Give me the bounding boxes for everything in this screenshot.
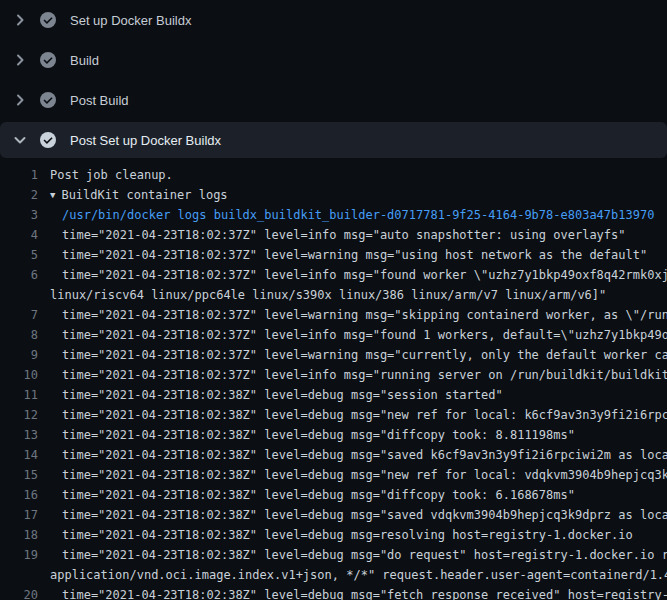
log-line-text: time="2021-04-23T18:02:38Z" level=debug … <box>38 405 667 425</box>
check-circle-icon <box>40 92 56 108</box>
chevron-right-icon <box>12 92 28 108</box>
log-line: 5time="2021-04-23T18:02:37Z" level=warni… <box>0 245 667 265</box>
log-line: 15time="2021-04-23T18:02:38Z" level=debu… <box>0 465 667 485</box>
log-line: 13time="2021-04-23T18:02:38Z" level=debu… <box>0 425 667 445</box>
log-line-number[interactable]: 4 <box>0 225 38 245</box>
chevron-down-icon <box>12 132 28 148</box>
log-line: 19time="2021-04-23T18:02:38Z" level=debu… <box>0 545 667 565</box>
log-line-number[interactable]: 3 <box>0 205 38 225</box>
log-line-number[interactable]: 2 <box>0 185 38 205</box>
log-line: 20time="2021-04-23T18:02:38Z" level=debu… <box>0 585 667 600</box>
log-line: 17time="2021-04-23T18:02:38Z" level=debu… <box>0 505 667 525</box>
log-line-text: time="2021-04-23T18:02:38Z" level=debug … <box>38 585 667 600</box>
log-line-text: time="2021-04-23T18:02:37Z" level=info m… <box>38 225 626 245</box>
step-post-build[interactable]: Post Build <box>0 80 667 120</box>
log-line-text: time="2021-04-23T18:02:37Z" level=warnin… <box>38 245 647 265</box>
log-line-text: application/vnd.oci.image.index.v1+json,… <box>38 565 667 585</box>
log-output: 1Post job cleanup.2▼BuildKit container l… <box>0 160 667 600</box>
group-expander-icon[interactable]: ▼ <box>50 185 55 205</box>
check-circle-icon <box>40 132 56 148</box>
step-set-up-docker-buildx[interactable]: Set up Docker Buildx <box>0 0 667 40</box>
log-line-text: linux/riscv64 linux/ppc64le linux/s390x … <box>38 285 606 305</box>
log-line-number[interactable]: 18 <box>0 525 38 545</box>
log-line-text: time="2021-04-23T18:02:38Z" level=debug … <box>38 465 667 485</box>
log-line-text: time="2021-04-23T18:02:38Z" level=debug … <box>38 425 575 445</box>
chevron-right-icon <box>12 12 28 28</box>
log-line-text: time="2021-04-23T18:02:37Z" level=warnin… <box>38 345 667 365</box>
log-line-number[interactable]: 10 <box>0 365 38 385</box>
log-line-number[interactable]: 13 <box>0 425 38 445</box>
log-line-text: time="2021-04-23T18:02:38Z" level=debug … <box>38 445 667 465</box>
log-line-number[interactable]: 14 <box>0 445 38 465</box>
log-line: 10time="2021-04-23T18:02:37Z" level=info… <box>0 365 667 385</box>
log-line-number[interactable]: 6 <box>0 265 38 285</box>
log-line-number[interactable]: 15 <box>0 465 38 485</box>
log-line-number[interactable]: 19 <box>0 545 38 565</box>
step-label: Set up Docker Buildx <box>70 13 191 28</box>
log-line: 8time="2021-04-23T18:02:37Z" level=info … <box>0 325 667 345</box>
log-line-number[interactable]: 11 <box>0 385 38 405</box>
log-line-number[interactable]: 12 <box>0 405 38 425</box>
log-line-text: time="2021-04-23T18:02:37Z" level=warnin… <box>38 305 667 325</box>
chevron-right-icon <box>12 52 28 68</box>
log-line-number[interactable]: 7 <box>0 305 38 325</box>
log-line-text: time="2021-04-23T18:02:38Z" level=debug … <box>38 385 503 405</box>
log-command-text: /usr/bin/docker logs buildx_buildkit_bui… <box>38 205 654 225</box>
step-label: Post Build <box>70 93 129 108</box>
step-post-set-up-docker-buildx[interactable]: Post Set up Docker Buildx <box>0 122 667 158</box>
check-circle-icon <box>40 52 56 68</box>
log-line-number[interactable]: 5 <box>0 245 38 265</box>
log-line: 2▼BuildKit container logs <box>0 185 667 205</box>
log-line-number[interactable]: 1 <box>0 165 38 185</box>
log-line-text: time="2021-04-23T18:02:38Z" level=debug … <box>38 545 667 565</box>
log-line: 16time="2021-04-23T18:02:38Z" level=debu… <box>0 485 667 505</box>
log-line: 3/usr/bin/docker logs buildx_buildkit_bu… <box>0 205 667 225</box>
log-line: linux/riscv64 linux/ppc64le linux/s390x … <box>0 285 667 305</box>
log-line: 11time="2021-04-23T18:02:38Z" level=debu… <box>0 385 667 405</box>
log-line: 4time="2021-04-23T18:02:37Z" level=info … <box>0 225 667 245</box>
log-line-number[interactable]: 20 <box>0 585 38 600</box>
log-line: 9time="2021-04-23T18:02:37Z" level=warni… <box>0 345 667 365</box>
step-build[interactable]: Build <box>0 40 667 80</box>
log-line: 12time="2021-04-23T18:02:38Z" level=debu… <box>0 405 667 425</box>
log-line-text: time="2021-04-23T18:02:37Z" level=info m… <box>38 365 667 385</box>
step-label: Build <box>70 53 99 68</box>
log-line-text: time="2021-04-23T18:02:38Z" level=debug … <box>38 525 633 545</box>
log-line-text: time="2021-04-23T18:02:37Z" level=info m… <box>38 265 667 285</box>
log-line-text: time="2021-04-23T18:02:37Z" level=info m… <box>38 325 667 345</box>
log-line-number[interactable]: 9 <box>0 345 38 365</box>
log-line-number[interactable]: 16 <box>0 485 38 505</box>
log-line-number <box>0 565 38 585</box>
log-line: 18time="2021-04-23T18:02:38Z" level=debu… <box>0 525 667 545</box>
log-line-number[interactable]: 17 <box>0 505 38 525</box>
log-line-text: Post job cleanup. <box>38 165 173 185</box>
log-line-text: ▼BuildKit container logs <box>38 185 228 205</box>
log-line: 6time="2021-04-23T18:02:37Z" level=info … <box>0 265 667 285</box>
log-line-number[interactable]: 8 <box>0 325 38 345</box>
log-line-text: time="2021-04-23T18:02:38Z" level=debug … <box>38 505 667 525</box>
workflow-log-viewer: Set up Docker BuildxBuildPost BuildPost … <box>0 0 667 600</box>
log-line: 14time="2021-04-23T18:02:38Z" level=debu… <box>0 445 667 465</box>
log-line-number <box>0 285 38 305</box>
log-line: 1Post job cleanup. <box>0 165 667 185</box>
step-label: Post Set up Docker Buildx <box>70 133 221 148</box>
log-line-text: time="2021-04-23T18:02:38Z" level=debug … <box>38 485 575 505</box>
check-circle-icon <box>40 12 56 28</box>
log-line: 7time="2021-04-23T18:02:37Z" level=warni… <box>0 305 667 325</box>
log-line: application/vnd.oci.image.index.v1+json,… <box>0 565 667 585</box>
steps-list: Set up Docker BuildxBuildPost BuildPost … <box>0 0 667 158</box>
